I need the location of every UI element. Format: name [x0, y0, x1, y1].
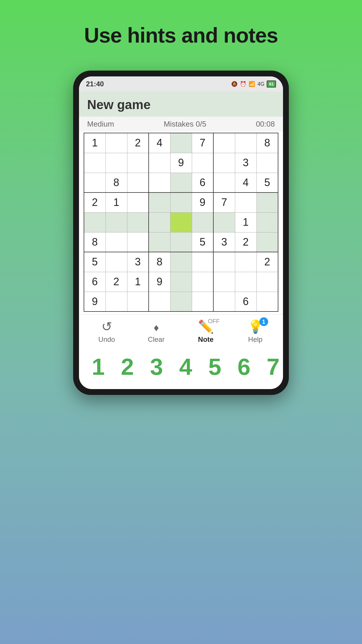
sudoku-cell[interactable] — [149, 192, 170, 212]
sudoku-cell[interactable]: 3 — [235, 153, 256, 173]
mute-icon: 🔕 — [231, 81, 238, 87]
sudoku-cell[interactable]: 3 — [213, 232, 235, 252]
sudoku-cell[interactable]: 1 — [235, 212, 256, 232]
sudoku-cell[interactable] — [106, 212, 127, 232]
sudoku-cell[interactable]: 9 — [149, 272, 170, 292]
sudoku-cell[interactable] — [106, 232, 127, 252]
sudoku-cell[interactable] — [127, 292, 149, 312]
sudoku-cell[interactable]: 4 — [235, 173, 256, 192]
sudoku-cell[interactable] — [106, 292, 127, 312]
sudoku-cell[interactable] — [213, 173, 235, 192]
note-label: Note — [198, 335, 213, 344]
sudoku-cell[interactable]: 1 — [84, 133, 106, 153]
sudoku-cell[interactable] — [170, 232, 192, 252]
num-3-button[interactable]: 3 — [142, 355, 171, 379]
sudoku-cell[interactable] — [213, 153, 235, 173]
sudoku-cell[interactable] — [213, 133, 235, 153]
sudoku-cell[interactable] — [149, 153, 170, 173]
sudoku-cell[interactable] — [106, 252, 127, 272]
sudoku-cell[interactable] — [170, 133, 192, 153]
sudoku-cell[interactable]: 1 — [127, 272, 149, 292]
num-6-button[interactable]: 6 — [229, 355, 259, 379]
sudoku-cell[interactable] — [170, 272, 192, 292]
sudoku-cell[interactable] — [192, 212, 213, 232]
num-4-button[interactable]: 4 — [171, 355, 200, 379]
sudoku-cell[interactable] — [256, 292, 278, 312]
sudoku-cell[interactable]: 2 — [84, 192, 106, 212]
sudoku-cell[interactable] — [235, 192, 256, 212]
sudoku-cell[interactable]: 9 — [170, 153, 192, 173]
sudoku-cell[interactable]: 5 — [256, 173, 278, 192]
sudoku-cell[interactable] — [256, 212, 278, 232]
sudoku-cell[interactable] — [213, 212, 235, 232]
sudoku-cell[interactable]: 8 — [149, 252, 170, 272]
sudoku-cell[interactable]: 5 — [84, 252, 106, 272]
sudoku-cell[interactable]: 7 — [213, 192, 235, 212]
num-2-button[interactable]: 2 — [113, 355, 142, 379]
sudoku-cell[interactable] — [256, 192, 278, 212]
sudoku-cell[interactable] — [256, 232, 278, 252]
sudoku-cell[interactable] — [235, 272, 256, 292]
num-7-button[interactable]: 7 — [259, 355, 283, 379]
sudoku-cell[interactable]: 2 — [235, 232, 256, 252]
sudoku-cell[interactable] — [213, 272, 235, 292]
num-1-button[interactable]: 1 — [84, 355, 113, 379]
sudoku-cell[interactable] — [149, 212, 170, 232]
sudoku-cell[interactable]: 8 — [84, 232, 106, 252]
sudoku-cell[interactable]: 8 — [106, 173, 127, 192]
sudoku-cell[interactable] — [170, 252, 192, 272]
sudoku-cell[interactable]: ● — [170, 212, 192, 232]
sudoku-cell[interactable] — [127, 153, 149, 173]
sudoku-cell[interactable] — [149, 173, 170, 192]
sudoku-cell[interactable] — [170, 292, 192, 312]
sudoku-cell[interactable]: 9 — [84, 292, 106, 312]
sudoku-cell[interactable] — [192, 252, 213, 272]
sudoku-cell[interactable] — [170, 173, 192, 192]
sudoku-cell[interactable]: 6 — [192, 173, 213, 192]
sudoku-cell[interactable] — [170, 192, 192, 212]
sudoku-cell[interactable] — [256, 153, 278, 173]
note-button[interactable]: ✏️ OFF Note — [188, 320, 223, 344]
sudoku-cell[interactable] — [192, 272, 213, 292]
sudoku-cell[interactable]: 3 — [127, 252, 149, 272]
sudoku-cell[interactable] — [213, 252, 235, 272]
sudoku-cell[interactable] — [127, 232, 149, 252]
clear-button[interactable]: ⬧ Clear — [139, 320, 174, 344]
sudoku-cell[interactable]: 6 — [84, 272, 106, 292]
sudoku-cell[interactable] — [256, 272, 278, 292]
sudoku-cell[interactable]: 2 — [256, 252, 278, 272]
clear-icon: ⬧ — [152, 320, 160, 333]
sudoku-cell[interactable]: 6 — [235, 292, 256, 312]
undo-button[interactable]: ↺ Undo — [89, 320, 124, 344]
sudoku-cell[interactable] — [235, 252, 256, 272]
sudoku-cell[interactable]: 1 — [106, 192, 127, 212]
number-pad: 123456789 — [79, 348, 283, 389]
sudoku-cell[interactable]: 7 — [192, 133, 213, 153]
sudoku-cell[interactable]: 5 — [192, 232, 213, 252]
sudoku-cell[interactable] — [127, 212, 149, 232]
app-title: New game — [87, 97, 275, 112]
sudoku-cell[interactable] — [127, 192, 149, 212]
toolbar: ↺ Undo ⬧ Clear ✏️ OFF Note 💡 1 Help — [79, 314, 283, 348]
sudoku-cell[interactable] — [235, 133, 256, 153]
sudoku-cell[interactable] — [192, 292, 213, 312]
game-info-bar: Medium Mistakes 0/5 00:08 — [79, 117, 283, 132]
sudoku-cell[interactable] — [192, 153, 213, 173]
num-5-button[interactable]: 5 — [200, 355, 229, 379]
phone-screen: 21:40 🔕 ⏰ 📶 4G 61 New game Medium Mistak… — [79, 76, 283, 389]
sudoku-cell[interactable]: 2 — [127, 133, 149, 153]
sudoku-cell[interactable] — [106, 153, 127, 173]
sudoku-cell[interactable]: 2 — [106, 272, 127, 292]
sudoku-cell[interactable]: 4 — [149, 133, 170, 153]
sudoku-cell[interactable]: 9 — [192, 192, 213, 212]
sudoku-cell[interactable] — [106, 133, 127, 153]
sudoku-cell[interactable] — [127, 173, 149, 192]
sudoku-cell[interactable] — [213, 292, 235, 312]
sudoku-cell[interactable] — [84, 212, 106, 232]
sudoku-cell[interactable] — [84, 173, 106, 192]
sudoku-cell[interactable]: 8 — [256, 133, 278, 153]
sudoku-cell[interactable] — [149, 232, 170, 252]
sudoku-cell[interactable] — [84, 153, 106, 173]
help-button[interactable]: 💡 1 Help — [238, 320, 273, 344]
sudoku-cell[interactable] — [149, 292, 170, 312]
